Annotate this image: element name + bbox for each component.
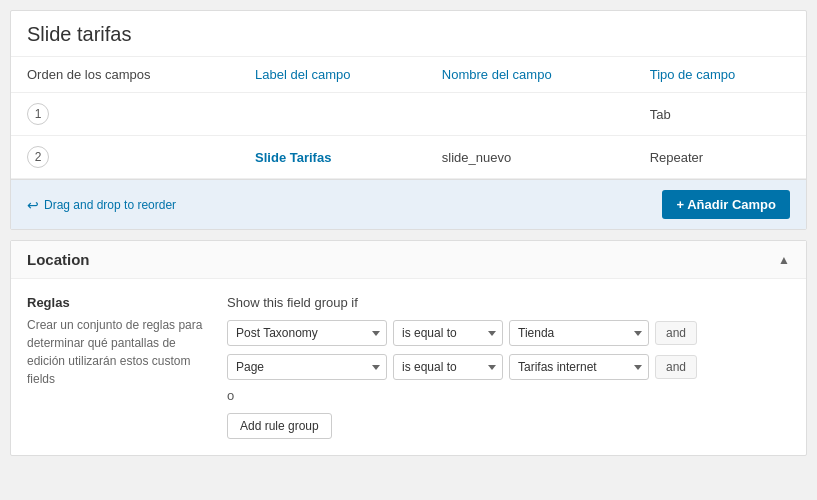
- drag-reorder-icon: ↩: [27, 197, 39, 213]
- collapse-icon[interactable]: ▲: [778, 253, 790, 267]
- col-name: Nombre del campo: [426, 57, 634, 93]
- col-label: Label del campo: [239, 57, 426, 93]
- footer-bar: ↩ Drag and drop to reorder + Añadir Camp…: [11, 179, 806, 229]
- rule2-connector: and: [655, 355, 697, 379]
- order-badge-2: 2: [27, 146, 49, 168]
- order-cell: 2: [11, 136, 239, 179]
- type-cell-1: Tab: [634, 93, 806, 136]
- rule2-value-select[interactable]: Tarifas internet Home About: [509, 354, 649, 380]
- fields-section: Slide tarifas Orden de los campos Label …: [10, 10, 807, 230]
- col-order: Orden de los campos: [11, 57, 239, 93]
- drag-hint: ↩ Drag and drop to reorder: [27, 197, 176, 213]
- label-cell-1: [239, 93, 426, 136]
- location-body: Reglas Crear un conjunto de reglas para …: [11, 279, 806, 455]
- rule-row-2: Page Post Taxonomy Post Type is equal to…: [227, 354, 790, 380]
- table-row: 2 Slide Tarifas slide_nuevo Repeater: [11, 136, 806, 179]
- type-cell-2: Repeater: [634, 136, 806, 179]
- rules-description: Crear un conjunto de reglas para determi…: [27, 316, 207, 388]
- table-row: 1 Tab: [11, 93, 806, 136]
- field-link[interactable]: Slide Tarifas: [255, 150, 331, 165]
- add-rule-group-button[interactable]: Add rule group: [227, 413, 332, 439]
- name-cell-1: [426, 93, 634, 136]
- label-cell-2: Slide Tarifas: [239, 136, 426, 179]
- location-title: Location: [27, 251, 90, 268]
- rule1-connector: and: [655, 321, 697, 345]
- location-section: Location ▲ Reglas Crear un conjunto de r…: [10, 240, 807, 456]
- add-field-button[interactable]: + Añadir Campo: [662, 190, 790, 219]
- rule-row-1: Post Taxonomy Page Post Type is equal to…: [227, 320, 790, 346]
- location-rules: Show this field group if Post Taxonomy P…: [227, 295, 790, 439]
- show-if-label: Show this field group if: [227, 295, 790, 310]
- name-cell-2: slide_nuevo: [426, 136, 634, 179]
- rule1-field-select[interactable]: Post Taxonomy Page Post Type: [227, 320, 387, 346]
- location-header: Location ▲: [11, 241, 806, 279]
- or-label: o: [227, 388, 790, 403]
- col-type: Tipo de campo: [634, 57, 806, 93]
- location-sidebar: Reglas Crear un conjunto de reglas para …: [27, 295, 207, 439]
- rule1-operator-select[interactable]: is equal to is not equal to: [393, 320, 503, 346]
- order-badge-1: 1: [27, 103, 49, 125]
- page-title: Slide tarifas: [11, 11, 806, 57]
- rule2-field-select[interactable]: Page Post Taxonomy Post Type: [227, 354, 387, 380]
- drag-hint-text: Drag and drop to reorder: [44, 198, 176, 212]
- rule1-value-select[interactable]: Tienda Shop Blog: [509, 320, 649, 346]
- fields-table: Orden de los campos Label del campo Nomb…: [11, 57, 806, 179]
- rules-title: Reglas: [27, 295, 207, 310]
- rule2-operator-select[interactable]: is equal to is not equal to: [393, 354, 503, 380]
- order-cell: 1: [11, 93, 239, 136]
